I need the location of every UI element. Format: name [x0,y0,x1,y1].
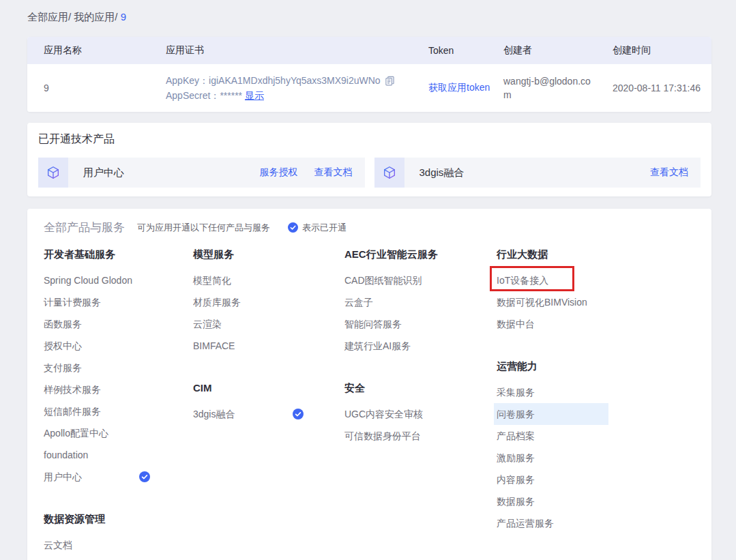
product-card-3dgis: 3dgis融合 查看文档 [374,158,701,188]
group-aec-cloud: AEC行业智能云服务 CAD图纸智能识别 云盒子 智能问答服务 建筑行业AI服务 [344,244,497,357]
product-item[interactable]: foundation [44,444,193,466]
product-item[interactable]: 授权中心 [44,335,193,357]
app-table-panel: 应用名称 应用证书 Token 创建者 创建时间 9 AppKey：igiAKA… [27,37,711,112]
check-icon [139,471,150,482]
creator-cell: wangtj-b@glodon.com [503,74,613,102]
product-item[interactable]: Apollo配置中心 [44,422,193,444]
appsecret-line: AppSecret：****** 显示 [166,88,428,103]
product-item[interactable]: 产品档案 [497,425,695,447]
catalog-column-3: AEC行业智能云服务 CAD图纸智能识别 云盒子 智能问答服务 建筑行业AI服务… [344,244,497,556]
product-item[interactable]: CAD图纸智能识别 [344,269,497,291]
product-item[interactable]: 可信数据身份平台 [344,425,497,447]
product-item[interactable]: 内容服务 [497,469,695,490]
all-products-title: 全部产品与服务 [44,220,125,235]
breadcrumb: 全部应用/ 我的应用/ 9 [27,11,711,24]
legend-text: 表示已开通 [302,222,347,234]
product-item[interactable]: BIMFACE [193,335,344,357]
created-time-cell: 2020-08-11 17:31:46 [613,83,711,93]
product-item-label: 3dgis融合 [193,409,235,419]
product-item[interactable]: 支付服务 [44,357,193,379]
product-item-iot[interactable]: IoT设备接入 [497,269,695,291]
breadcrumb-separator: / [115,11,120,23]
group-industry-bigdata: 行业大数据 IoT设备接入 数据可视化BIMVision 数据中台 [497,244,695,335]
product-item-user-center[interactable]: 用户中心 [44,466,193,488]
product-item[interactable]: 样例技术服务 [44,379,193,400]
view-docs-link[interactable]: 查看文档 [650,166,688,179]
appsecret-label: AppSecret： [166,88,220,103]
product-item[interactable]: 智能问答服务 [344,313,497,335]
group-title: 开发者基础服务 [44,244,193,265]
catalog-column-4: 行业大数据 IoT设备接入 数据可视化BIMVision 数据中台 运营能力 采… [497,244,695,556]
all-products-panel: 全部产品与服务 可为应用开通以下任何产品与服务 表示已开通 开发者基础服务 Sp… [27,209,711,560]
product-item[interactable]: 材质库服务 [193,291,344,313]
product-item[interactable]: 云渲染 [193,313,344,335]
col-header-token: Token [428,45,503,56]
all-products-header: 全部产品与服务 可为应用开通以下任何产品与服务 表示已开通 [44,220,695,235]
col-header-created-time: 创建时间 [613,44,711,57]
product-item-label: 用户中心 [44,471,82,482]
token-cell: 获取应用token [428,82,503,94]
group-title: CIM [193,377,344,399]
group-title: 安全 [344,377,497,399]
product-item-survey-highlighted[interactable]: 问卷服务 [494,403,608,425]
cube-icon [38,158,68,188]
appkey-value: igiAKA1MDxdhj5hyYq5axs3MX9i2uWNo [209,73,381,88]
group-title: 运营能力 [497,355,695,377]
product-item[interactable]: 数据可视化BIMVision [497,291,695,313]
show-secret-link[interactable]: 显示 [245,88,264,103]
group-title: AEC行业智能云服务 [344,244,497,265]
product-item[interactable]: 产品运营服务 [497,512,695,534]
product-item[interactable]: 函数服务 [44,313,193,335]
product-card-user-center: 用户中心 服务授权 查看文档 [38,158,365,188]
view-docs-link[interactable]: 查看文档 [314,166,353,179]
group-security: 安全 UGC内容安全审核 可信数据身份平台 [344,377,497,447]
group-title: 数据资源管理 [44,508,193,530]
product-item-3dgis[interactable]: 3dgis融合 [193,403,344,425]
breadcrumb-all-apps[interactable]: 全部应用 [27,11,68,23]
product-item-label: IoT设备接入 [497,275,548,286]
product-item[interactable]: 计量计费服务 [44,291,193,313]
product-item[interactable]: 云盒子 [344,291,497,313]
col-header-creator: 创建者 [503,44,613,57]
cube-icon [374,158,404,188]
group-title: 行业大数据 [497,244,695,265]
app-cert-cell: AppKey：igiAKA1MDxdhj5hyYq5axs3MX9i2uWNo … [166,73,428,103]
product-item[interactable]: 数据服务 [497,490,695,512]
legend: 表示已开通 [288,222,347,234]
catalog-column-1: 开发者基础服务 Spring Cloud Glodon 计量计费服务 函数服务 … [44,244,193,556]
all-products-subtitle: 可为应用开通以下任何产品与服务 [137,222,270,234]
copy-icon[interactable] [385,76,395,86]
product-item[interactable]: 云文档 [44,534,193,556]
col-header-app-name: 应用名称 [27,44,166,57]
product-item[interactable]: 建筑行业AI服务 [344,335,497,357]
product-item[interactable]: 模型简化 [193,269,344,291]
product-item[interactable]: Spring Cloud Glodon [44,269,193,291]
activated-products-cards: 用户中心 服务授权 查看文档 3dgis融合 查看文档 [38,158,701,188]
breadcrumb-my-apps[interactable]: 我的应用 [74,11,115,23]
group-data-resource: 数据资源管理 云文档 [44,508,193,556]
check-icon [293,409,304,419]
check-icon [288,222,298,233]
product-item[interactable]: 采集服务 [497,381,695,403]
group-cim: CIM 3dgis融合 [193,377,344,425]
group-model-service: 模型服务 模型简化 材质库服务 云渲染 BIMFACE [193,244,344,357]
product-card-name: 用户中心 [83,166,124,179]
product-item[interactable]: UGC内容安全审核 [344,403,497,425]
product-item[interactable]: 数据中台 [497,313,695,335]
group-dev-basic: 开发者基础服务 Spring Cloud Glodon 计量计费服务 函数服务 … [44,244,193,488]
appsecret-masked: ****** [220,88,242,103]
product-item[interactable]: 短信邮件服务 [44,400,193,422]
activated-products-title: 已开通技术产品 [38,132,701,147]
app-name-cell: 9 [27,83,166,93]
get-token-link[interactable]: 获取应用token [428,82,490,93]
table-row: 9 AppKey：igiAKA1MDxdhj5hyYq5axs3MX9i2uWN… [27,64,711,112]
product-card-name: 3dgis融合 [419,166,465,179]
activated-products-panel: 已开通技术产品 用户中心 服务授权 查看文档 [27,123,711,196]
breadcrumb-current-app: 9 [121,11,126,23]
appkey-label: AppKey： [166,73,209,88]
service-auth-link[interactable]: 服务授权 [260,166,298,179]
product-item[interactable]: 激励服务 [497,447,695,469]
table-header-row: 应用名称 应用证书 Token 创建者 创建时间 [27,37,711,64]
page: 全部应用/ 我的应用/ 9 应用名称 应用证书 Token 创建者 创建时间 9… [0,0,736,560]
group-title: 模型服务 [193,244,344,265]
